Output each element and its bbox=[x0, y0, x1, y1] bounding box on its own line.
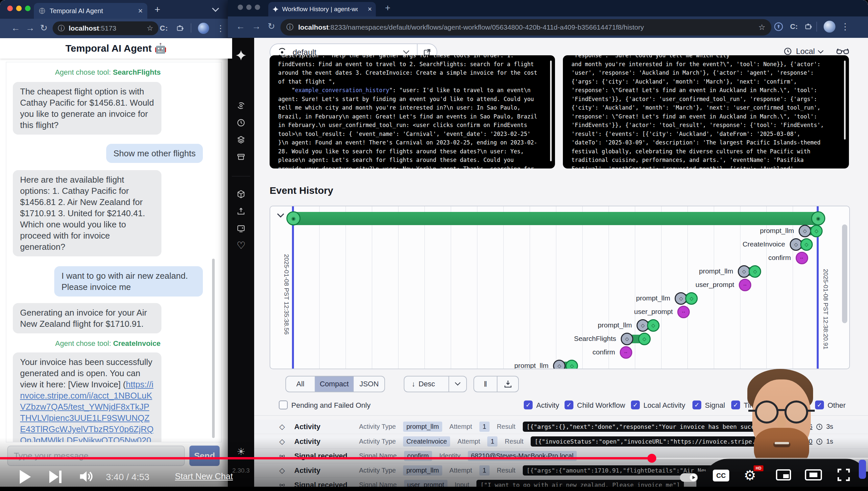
theme-sun-icon[interactable]: ☀ bbox=[228, 446, 254, 457]
close-window-button[interactable] bbox=[7, 6, 13, 11]
signal-marker[interactable]: •• bbox=[796, 252, 808, 264]
browser-menu-icon[interactable]: ⋮ bbox=[841, 21, 849, 32]
pause-button[interactable]: ‖ bbox=[474, 376, 497, 392]
zoom-window-button[interactable] bbox=[255, 5, 260, 10]
payload-panel-left[interactable]: "description": "Help the user gather arg… bbox=[270, 55, 555, 169]
schedules-icon[interactable] bbox=[237, 118, 246, 127]
event-id-link[interactable]: 99 bbox=[791, 438, 798, 445]
event-id-link[interactable]: 106 bbox=[802, 423, 812, 430]
volume-icon[interactable] bbox=[78, 469, 94, 484]
download-button[interactable] bbox=[503, 379, 513, 389]
view-option-all[interactable]: All bbox=[286, 376, 315, 392]
tab-temporal-ai-agent[interactable]: Temporal AI Agent × bbox=[34, 3, 147, 19]
sort-chevron-icon[interactable] bbox=[456, 381, 460, 387]
timezone-selector[interactable]: Local bbox=[783, 47, 823, 56]
site-info-icon[interactable]: ⓘ bbox=[286, 22, 293, 32]
play-icon[interactable] bbox=[20, 470, 31, 484]
collapse-chevron-icon[interactable] bbox=[278, 211, 283, 218]
browser-menu-icon[interactable]: ⋮ bbox=[216, 23, 225, 34]
favorites-heart-icon[interactable]: ♡ bbox=[228, 239, 254, 251]
close-tab-icon[interactable]: × bbox=[368, 5, 372, 13]
page-scrollbar-thumb[interactable] bbox=[859, 460, 866, 479]
profile-avatar[interactable] bbox=[824, 21, 835, 33]
extension-c-icon[interactable]: C: bbox=[790, 22, 798, 31]
filter-checkbox-other[interactable]: ✓ bbox=[815, 401, 824, 409]
video-progress-remaining[interactable] bbox=[652, 458, 868, 459]
minimize-window-button[interactable] bbox=[246, 5, 251, 10]
filter-checkbox-signal[interactable]: ✓ bbox=[692, 401, 701, 409]
filter-checkbox-child-workflow[interactable]: ✓ bbox=[564, 401, 574, 409]
activity-completed-marker[interactable]: ◇ bbox=[647, 319, 659, 332]
close-window-button[interactable] bbox=[238, 5, 243, 10]
import-upload-icon[interactable] bbox=[237, 207, 246, 216]
namespaces-layers-icon[interactable] bbox=[237, 135, 246, 144]
activity-scheduled-marker[interactable]: ◇ bbox=[799, 225, 811, 237]
reload-icon[interactable]: ↻ bbox=[268, 22, 275, 31]
activity-completed-marker[interactable]: ◇ bbox=[638, 333, 651, 345]
sort-control[interactable]: ↓ Desc bbox=[404, 376, 467, 392]
filter-checkbox-activity[interactable]: ✓ bbox=[524, 401, 533, 409]
extensions-puzzle-icon[interactable] bbox=[176, 24, 184, 32]
reload-icon[interactable]: ↻ bbox=[40, 24, 48, 33]
tab-overview-chevron-icon[interactable] bbox=[213, 6, 218, 12]
pending-failed-checkbox[interactable] bbox=[279, 401, 288, 409]
fullscreen-icon[interactable] bbox=[837, 468, 850, 482]
activity-scheduled-marker[interactable]: ◇ bbox=[738, 265, 750, 278]
extension-c-icon[interactable]: C: bbox=[160, 24, 168, 33]
profile-avatar[interactable] bbox=[198, 23, 209, 34]
bookmark-star-icon[interactable]: ☆ bbox=[147, 24, 153, 33]
bookmark-star-icon[interactable]: ☆ bbox=[758, 23, 766, 32]
activity-scheduled-marker[interactable]: ◇ bbox=[621, 333, 633, 345]
feedback-window-icon[interactable] bbox=[237, 224, 246, 233]
address-bar[interactable]: ⓘ localhost:5173 ☆ bbox=[53, 21, 158, 35]
event-id-link[interactable]: 105 bbox=[787, 423, 798, 430]
panel-scrollbar[interactable] bbox=[844, 61, 846, 140]
chat-scrollbar[interactable] bbox=[212, 259, 215, 438]
workflow-start-marker[interactable]: ◉ bbox=[286, 211, 301, 225]
temporal-logo-icon[interactable] bbox=[236, 50, 247, 61]
video-progress-handle[interactable] bbox=[647, 454, 656, 463]
back-icon[interactable]: ← bbox=[236, 22, 245, 31]
start-new-chat-link[interactable]: Start New Chat bbox=[175, 471, 233, 482]
labs-cube-icon[interactable] bbox=[237, 190, 246, 199]
address-bar[interactable]: ⓘ localhost:8233/namespaces/default/work… bbox=[280, 19, 771, 35]
forward-icon[interactable]: → bbox=[26, 24, 34, 33]
panel-scrollbar[interactable] bbox=[550, 61, 552, 161]
workflow-end-marker[interactable]: ◉ bbox=[811, 211, 825, 225]
workflow-execution-bar[interactable] bbox=[293, 212, 818, 225]
workflows-icon[interactable] bbox=[237, 101, 246, 110]
filter-checkbox-timer[interactable]: ✓ bbox=[731, 401, 740, 409]
zoom-window-button[interactable] bbox=[25, 6, 31, 11]
payload-panel-right[interactable]: 'response': "Sure! Could you tell me whi… bbox=[563, 55, 849, 169]
theater-mode-icon[interactable] bbox=[805, 469, 822, 481]
close-tab-icon[interactable]: × bbox=[138, 6, 143, 16]
site-info-icon[interactable]: ⓘ bbox=[58, 24, 65, 33]
message-input[interactable] bbox=[7, 445, 185, 466]
back-icon[interactable]: ← bbox=[11, 24, 20, 33]
miniplayer-icon[interactable] bbox=[776, 469, 791, 481]
forward-icon[interactable]: → bbox=[252, 22, 261, 31]
activity-completed-marker[interactable]: ◇ bbox=[800, 238, 813, 251]
captions-button[interactable]: CC bbox=[713, 470, 729, 482]
timeline-scrollbar-thumb[interactable] bbox=[842, 225, 847, 323]
signal-marker[interactable]: •• bbox=[620, 346, 632, 359]
signal-marker[interactable]: •• bbox=[739, 279, 751, 291]
view-option-compact[interactable]: Compact bbox=[315, 376, 354, 392]
password-manager-icon[interactable] bbox=[774, 22, 783, 32]
video-progress-played[interactable] bbox=[0, 457, 652, 459]
filter-checkbox-local-activity[interactable]: ✓ bbox=[631, 401, 640, 409]
new-tab-button[interactable]: + bbox=[385, 3, 390, 13]
event-id-link[interactable]: 100 bbox=[802, 438, 812, 445]
event-table-row[interactable]: ◇ActivityActivity Typeprompt_llmAttempt1… bbox=[254, 420, 868, 434]
extensions-puzzle-icon[interactable] bbox=[804, 22, 812, 31]
autoplay-toggle[interactable] bbox=[680, 473, 698, 482]
activity-completed-marker[interactable]: ◇ bbox=[810, 225, 823, 237]
minimize-window-button[interactable] bbox=[16, 6, 22, 11]
new-tab-button[interactable]: + bbox=[155, 4, 160, 15]
event-ids[interactable]: 1051063s bbox=[787, 423, 833, 430]
send-button[interactable]: Send bbox=[189, 445, 220, 466]
invoice-link[interactable]: https://invoice.stripe.com/i/acct_1NBOLu… bbox=[20, 379, 154, 442]
event-ids[interactable]: 991001s bbox=[791, 438, 833, 445]
view-option-json[interactable]: JSON bbox=[354, 376, 384, 392]
event-table-row[interactable]: Signal receivedSignal NameconfirmIdentit… bbox=[254, 449, 868, 463]
